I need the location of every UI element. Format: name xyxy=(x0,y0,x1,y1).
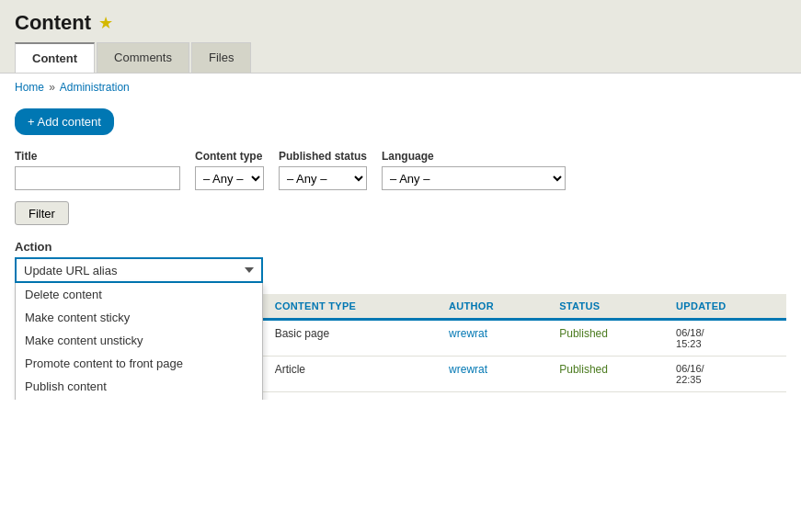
action-dropdown-wrapper: Update URL alias Delete content Make con… xyxy=(15,257,263,283)
title-filter-label: Title xyxy=(15,150,180,163)
action-dropdown-menu: Delete content Make content sticky Make … xyxy=(15,283,263,400)
tabs-row: Content Comments Files xyxy=(15,42,786,73)
tab-comments[interactable]: Comments xyxy=(97,42,189,73)
main-content: + Add content Title Content type – Any –… xyxy=(0,101,801,400)
action-option-save[interactable]: Save content xyxy=(16,398,262,400)
page-header: Content ★ Content Comments Files xyxy=(0,0,801,74)
tab-files[interactable]: Files xyxy=(191,42,251,73)
breadcrumb: Home » Administration xyxy=(0,74,801,101)
title-input[interactable] xyxy=(15,166,180,190)
language-select[interactable]: – Any – xyxy=(382,166,566,190)
action-dropdown-selected[interactable]: Update URL alias xyxy=(15,257,263,283)
row2-content-type: Article xyxy=(266,357,440,392)
row2-updated: 06/16/22:35 xyxy=(667,357,786,392)
row1-status: Published xyxy=(550,320,667,357)
published-status-select[interactable]: – Any – xyxy=(279,166,367,190)
action-option-publish[interactable]: Publish content xyxy=(16,375,262,398)
published-status-label: Published status xyxy=(279,150,367,163)
page-title-row: Content ★ xyxy=(15,11,786,42)
row2-author-cell: wrewrat xyxy=(440,357,550,392)
page-title: Content xyxy=(15,11,91,35)
content-type-label: Content type xyxy=(195,150,264,163)
content-type-filter-field: Content type – Any – xyxy=(195,150,264,190)
action-section: Action Update URL alias Delete content M… xyxy=(15,240,786,283)
filter-section: Title Content type – Any – Published sta… xyxy=(15,150,786,190)
filter-button[interactable]: Filter xyxy=(15,201,69,225)
col-header-author: AUTHOR xyxy=(440,294,550,320)
language-label: Language xyxy=(382,150,566,163)
col-header-updated: UPDATED xyxy=(667,294,786,320)
star-icon[interactable]: ★ xyxy=(98,13,113,33)
col-header-status: STATUS xyxy=(550,294,667,320)
row1-updated: 06/18/15:23 xyxy=(667,320,786,357)
action-selected-value: Update URL alias xyxy=(24,264,117,277)
action-label: Action xyxy=(15,240,786,254)
action-option-delete[interactable]: Delete content xyxy=(16,283,262,306)
row1-author-link[interactable]: wrewrat xyxy=(449,327,487,340)
action-option-sticky[interactable]: Make content sticky xyxy=(16,306,262,329)
row1-author-cell: wrewrat xyxy=(440,320,550,357)
row2-status: Published xyxy=(550,357,667,392)
published-status-filter-field: Published status – Any – xyxy=(279,150,367,190)
dropdown-arrow-icon xyxy=(245,267,254,273)
col-header-content-type: CONTENT TYPE xyxy=(266,294,440,320)
row1-content-type: Basic page xyxy=(266,320,440,357)
title-filter-field: Title xyxy=(15,150,180,190)
breadcrumb-home[interactable]: Home xyxy=(15,81,44,94)
action-option-promote[interactable]: Promote content to front page xyxy=(16,352,262,375)
content-type-select[interactable]: – Any – xyxy=(195,166,264,190)
breadcrumb-separator: » xyxy=(49,81,55,94)
add-content-button[interactable]: + Add content xyxy=(15,108,114,135)
language-filter-field: Language – Any – xyxy=(382,150,566,190)
breadcrumb-admin[interactable]: Administration xyxy=(60,81,130,94)
action-option-unsticky[interactable]: Make content unsticky xyxy=(16,329,262,352)
tab-content[interactable]: Content xyxy=(15,42,95,73)
row2-author-link[interactable]: wrewrat xyxy=(449,363,487,376)
